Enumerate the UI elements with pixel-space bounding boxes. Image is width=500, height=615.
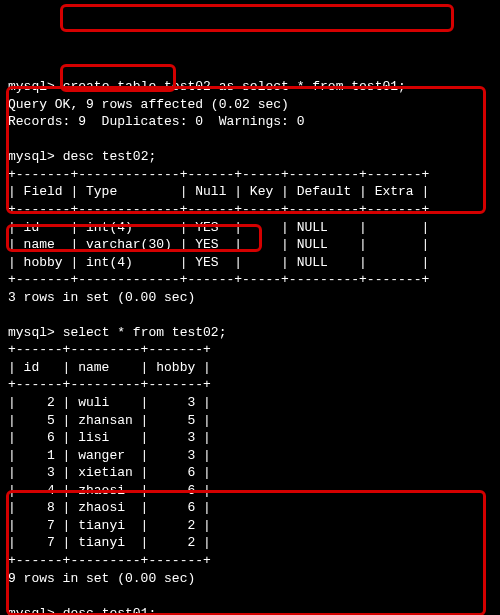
table-row: | 7 | tianyi | 2 |: [8, 535, 211, 550]
table-row: | hobby | int(4) | YES | | NULL | |: [8, 255, 429, 270]
table-header: | id | name | hobby |: [8, 360, 211, 375]
table-border: +-------+-------------+------+-----+----…: [8, 202, 429, 217]
table-border: +------+---------+-------+: [8, 342, 211, 357]
table-row: | 5 | zhansan | 5 |: [8, 413, 211, 428]
mysql-prompt: mysql>: [8, 79, 55, 94]
table-row: | 3 | xietian | 6 |: [8, 465, 211, 480]
table-border: +-------+-------------+------+-----+----…: [8, 167, 429, 182]
result-query-ok: Query OK, 9 rows affected (0.02 sec): [8, 97, 289, 112]
table-header: | Field | Type | Null | Key | Default | …: [8, 184, 429, 199]
result-rowcount: 3 rows in set (0.00 sec): [8, 290, 195, 305]
table-border: +------+---------+-------+: [8, 553, 211, 568]
mysql-prompt: mysql>: [8, 606, 55, 615]
table-row: | 8 | zhaosi | 6 |: [8, 500, 211, 515]
cmd-desc-test01: desc test01;: [63, 606, 157, 615]
highlight-box: [60, 4, 454, 32]
table-row: | 4 | zhaosi | 6 |: [8, 483, 211, 498]
table-row: | 2 | wuli | 3 |: [8, 395, 211, 410]
table-row: | name | varchar(30) | YES | | NULL | |: [8, 237, 429, 252]
table-row: | 6 | lisi | 3 |: [8, 430, 211, 445]
result-records: Records: 9 Duplicates: 0 Warnings: 0: [8, 114, 304, 129]
mysql-prompt: mysql>: [8, 325, 55, 340]
table-row: | 1 | wanger | 3 |: [8, 448, 211, 463]
table-border: +-------+-------------+------+-----+----…: [8, 272, 429, 287]
table-row: | 7 | tianyi | 2 |: [8, 518, 211, 533]
table-border: +------+---------+-------+: [8, 377, 211, 392]
cmd-select-test02: select * from test02;: [63, 325, 227, 340]
table-row: | id | int(4) | YES | | NULL | |: [8, 220, 429, 235]
cmd-create-table: create table test02 as select * from tes…: [63, 79, 406, 94]
cmd-desc-test02: desc test02;: [63, 149, 157, 164]
mysql-prompt: mysql>: [8, 149, 55, 164]
result-rowcount: 9 rows in set (0.00 sec): [8, 571, 195, 586]
